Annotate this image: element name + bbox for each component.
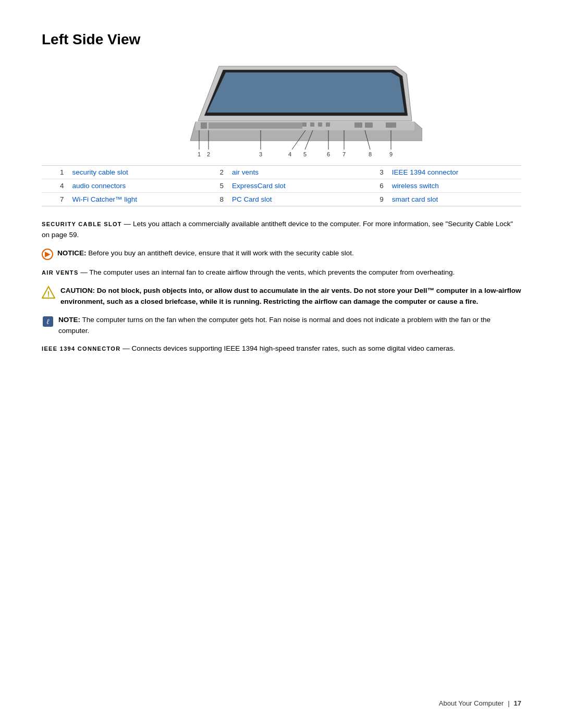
component-num-6: 6 xyxy=(361,179,386,193)
security-cable-slot-dash: — xyxy=(124,220,133,228)
caution-text: CAUTION: Do not block, push objects into… xyxy=(60,286,521,307)
component-num-4: 4 xyxy=(42,179,67,193)
table-row: 7 Wi-Fi Catcher™ light 8 PC Card slot 9 … xyxy=(42,193,521,206)
component-label-8[interactable]: PC Card slot xyxy=(227,193,361,206)
svg-text:7: 7 xyxy=(342,151,346,157)
air-vents-label: Air Vents xyxy=(42,269,79,276)
notice-icon: ▶ xyxy=(42,249,53,260)
svg-text:3: 3 xyxy=(259,151,262,157)
svg-text:!: ! xyxy=(47,290,50,298)
component-label-4[interactable]: audio connectors xyxy=(67,179,201,193)
component-num-1: 1 xyxy=(42,166,67,179)
note-icon: ℓ xyxy=(42,315,54,328)
svg-rect-0 xyxy=(209,122,302,129)
component-label-2[interactable]: air vents xyxy=(227,166,361,179)
svg-rect-3 xyxy=(310,122,314,127)
note-text: NOTE: The computer turns on the fan when… xyxy=(58,315,521,337)
component-num-5: 5 xyxy=(202,179,227,193)
security-cable-slot-label: Security Cable Slot xyxy=(42,221,122,227)
svg-text:2: 2 xyxy=(207,151,210,157)
component-label-7[interactable]: Wi-Fi Catcher™ light xyxy=(67,193,201,206)
caution-box: ! CAUTION: Do not block, push objects in… xyxy=(42,286,521,307)
svg-rect-5 xyxy=(326,122,330,127)
svg-text:1: 1 xyxy=(198,151,201,157)
laptop-diagram: 1 2 3 4 5 6 7 8 9 xyxy=(42,58,521,160)
svg-text:8: 8 xyxy=(369,151,372,157)
svg-rect-2 xyxy=(302,122,307,127)
footer-section: About Your Computer xyxy=(439,699,504,707)
components-table: 1 security cable slot 2 air vents 3 IEEE… xyxy=(42,165,521,206)
svg-text:4: 4 xyxy=(288,151,291,157)
svg-text:9: 9 xyxy=(389,151,393,157)
notice-content: Before you buy an antitheft device, ensu… xyxy=(88,249,354,257)
svg-text:5: 5 xyxy=(303,151,307,157)
svg-text:6: 6 xyxy=(327,151,330,157)
svg-rect-1 xyxy=(201,122,207,129)
component-num-8: 8 xyxy=(202,193,227,206)
component-label-3[interactable]: IEEE 1394 connector xyxy=(387,166,521,179)
svg-rect-8 xyxy=(386,122,396,128)
security-cable-slot-section: Security Cable Slot — Lets you attach a … xyxy=(42,219,521,241)
ieee1394-section: IEEE 1394 Connector — Connects devices s… xyxy=(42,343,521,354)
svg-text:ℓ: ℓ xyxy=(46,318,50,326)
svg-rect-4 xyxy=(318,122,322,127)
component-num-2: 2 xyxy=(202,166,227,179)
component-num-3: 3 xyxy=(361,166,386,179)
note-box: ℓ NOTE: The computer turns on the fan wh… xyxy=(42,315,521,337)
component-num-7: 7 xyxy=(42,193,67,206)
caution-label: CAUTION: Do not block, push objects into… xyxy=(60,287,521,305)
notice-box: ▶ NOTICE: Before you buy an antitheft de… xyxy=(42,248,521,260)
footer: About Your Computer | 17 xyxy=(439,699,521,707)
page-title: Left Side View xyxy=(42,31,521,48)
component-label-6[interactable]: wireless switch xyxy=(387,179,521,193)
note-label: NOTE: xyxy=(58,316,80,324)
svg-rect-7 xyxy=(365,122,373,128)
table-row: 4 audio connectors 5 ExpressCard slot 6 … xyxy=(42,179,521,193)
ieee1394-label: IEEE 1394 Connector xyxy=(42,346,120,352)
notice-label: NOTICE: xyxy=(57,249,87,257)
caution-icon: ! xyxy=(42,286,55,299)
notice-text: NOTICE: Before you buy an antitheft devi… xyxy=(57,248,354,258)
component-label-9[interactable]: smart card slot xyxy=(387,193,521,206)
air-vents-section: Air Vents — The computer uses an interna… xyxy=(42,267,521,278)
component-label-1[interactable]: security cable slot xyxy=(67,166,201,179)
laptop-diagram-svg: 1 2 3 4 5 6 7 8 9 xyxy=(141,58,422,160)
note-content: The computer turns on the fan when the c… xyxy=(58,316,491,335)
component-num-9: 9 xyxy=(361,193,386,206)
air-vents-dash: — xyxy=(80,268,89,276)
ieee1394-dash: — xyxy=(123,344,131,352)
svg-rect-6 xyxy=(354,122,362,128)
ieee1394-text: Connects devices supporting IEEE 1394 hi… xyxy=(131,344,455,352)
footer-separator: | xyxy=(508,699,509,707)
air-vents-text: The computer uses an internal fan to cre… xyxy=(89,268,455,276)
footer-page: 17 xyxy=(514,699,521,707)
table-row: 1 security cable slot 2 air vents 3 IEEE… xyxy=(42,166,521,179)
component-label-5[interactable]: ExpressCard slot xyxy=(227,179,361,193)
